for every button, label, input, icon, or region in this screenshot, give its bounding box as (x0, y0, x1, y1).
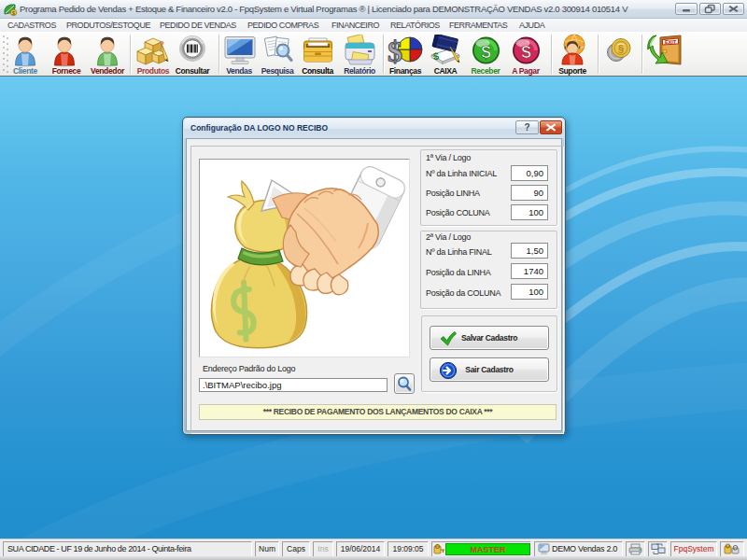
svg-text:EXIT: EXIT (665, 39, 677, 45)
svg-text:$: $ (521, 42, 531, 62)
svg-text:$: $ (432, 50, 440, 63)
svg-text:$: $ (481, 42, 491, 62)
svg-text:$: $ (388, 35, 402, 66)
svg-text:§: § (618, 43, 624, 54)
